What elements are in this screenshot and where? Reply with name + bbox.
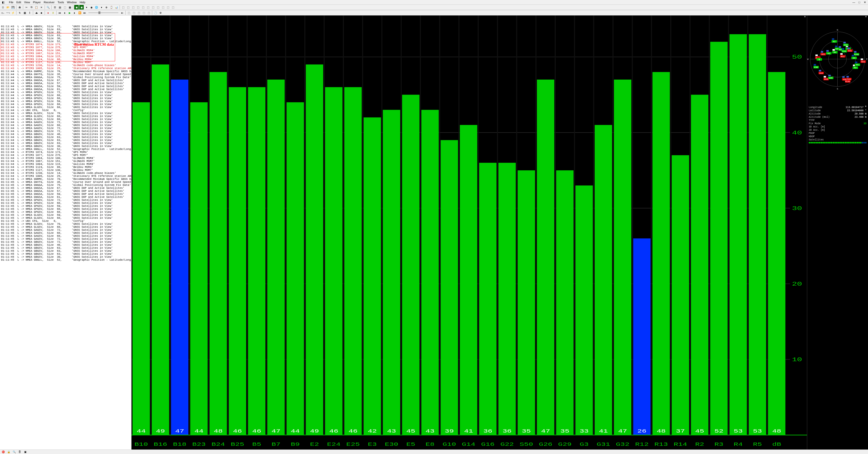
end-icon[interactable]: ⏯ [120, 10, 124, 15]
win4-icon[interactable]: ⬚ [136, 5, 140, 9]
baud-icon[interactable]: 〰▾ [6, 10, 10, 15]
log-line: 01:11:43 L -> RTCM3 1087, Size 151, 'GLO… [1, 52, 130, 55]
view2-icon[interactable]: ▣ [79, 5, 84, 9]
menu-player[interactable]: Player [31, 0, 42, 4]
sky-sat: G32 [843, 42, 848, 46]
find-icon[interactable]: 🔍 [46, 5, 50, 9]
clock-icon[interactable]: 🕐 [153, 10, 158, 15]
view1-icon[interactable]: ▣ [74, 5, 79, 9]
maximize-button[interactable]: □ [857, 0, 862, 4]
misc3-icon[interactable]: ⬚ [136, 10, 141, 15]
paste-icon[interactable]: 📋 [34, 5, 39, 9]
watch-icon[interactable]: ⌚ [109, 5, 114, 9]
skip-end-icon[interactable]: ⏭ [83, 10, 87, 15]
bar-label: G31 [597, 442, 610, 447]
skip-start-icon[interactable]: ⏮ [58, 10, 62, 15]
sat-led [860, 142, 862, 143]
info-row-pdop: PDOP [809, 132, 867, 135]
world-icon[interactable]: 🌐 [94, 5, 99, 9]
view-tree-icon[interactable]: ☰ [53, 5, 57, 9]
chart-icon[interactable]: 📊 [114, 5, 119, 9]
svg-text:E2: E2 [833, 40, 836, 42]
status-search-icon[interactable]: 🔍 [12, 450, 17, 454]
panel-close-icon[interactable]: ✕ [804, 16, 807, 19]
view3-icon[interactable]: ▾ [84, 5, 89, 9]
pause-icon[interactable]: ⏸ [51, 10, 55, 15]
signal-bar [306, 64, 323, 435]
message-log[interactable]: Base station RTCM data 01:11:43 L -> NME… [0, 16, 131, 450]
status-lock-icon[interactable]: 🔒 [6, 450, 11, 454]
menu-help[interactable]: Help [78, 0, 87, 4]
port-icon[interactable]: ⎋▾ [1, 10, 5, 15]
stop-icon[interactable]: ■ [39, 10, 43, 15]
bar-value: 44 [194, 429, 203, 434]
win6-icon[interactable]: ⬚ [146, 5, 150, 9]
print-icon[interactable]: 🖶 [18, 5, 22, 9]
view-packet-icon[interactable]: ▤ [58, 5, 62, 9]
sky-view-icon[interactable]: ◉ [89, 5, 94, 9]
menu-window[interactable]: Window [65, 0, 78, 4]
svg-text:20: 20 [792, 281, 802, 287]
panel-close-icon[interactable]: ✕ [865, 16, 868, 19]
status-stop-icon[interactable]: ⛔ [1, 450, 5, 454]
eject-icon[interactable]: ⏏ [34, 10, 39, 15]
svg-text:R12: R12 [841, 55, 844, 58]
autoset-icon[interactable]: ↯ [18, 10, 22, 15]
step-fwd-icon[interactable]: ⏵ [72, 10, 77, 15]
menu-view[interactable]: View [23, 0, 32, 4]
save-icon[interactable]: 💾 [11, 5, 15, 9]
chip-icon[interactable]: ▦ [23, 10, 27, 15]
menu-file[interactable]: File [7, 0, 15, 4]
view-msg-icon[interactable]: ▦ [67, 5, 72, 9]
view-hex-icon[interactable]: ⬚ [63, 5, 67, 9]
win8-icon[interactable]: ⬚ [156, 5, 160, 9]
panel-close-icon[interactable]: ✕ [865, 105, 868, 108]
menu-edit[interactable]: Edit [15, 0, 23, 4]
win3-icon[interactable]: ⬚ [131, 5, 135, 9]
cut-icon[interactable]: ✂ [24, 5, 29, 9]
win7-icon[interactable]: ⬚ [151, 5, 155, 9]
misc4-icon[interactable]: ⬚ [142, 10, 146, 15]
record-icon[interactable]: ● [46, 10, 50, 15]
open-icon[interactable]: 📂 [6, 5, 10, 9]
bar-label: B7 [272, 442, 281, 447]
win1-icon[interactable]: ⬚ [121, 5, 125, 9]
winA-icon[interactable]: ⬚ [166, 5, 170, 9]
misc1-icon[interactable]: ⬚ [127, 10, 131, 15]
log-line: 01:11:45 L -> NMEA GLGSV, Size 70, 'GNSS… [1, 223, 130, 226]
winB-icon[interactable]: ⬚ [170, 5, 175, 9]
gear-icon[interactable]: ⚙ [158, 10, 163, 15]
delete-icon[interactable]: ✕ [39, 5, 43, 9]
connect-icon[interactable]: ⚡ [11, 10, 15, 15]
misc5-icon[interactable]: ⬚ [147, 10, 151, 15]
map-icon[interactable]: ▾ [99, 5, 104, 9]
copy-icon[interactable]: ⧉ [29, 5, 34, 9]
win2-icon[interactable]: ⬚ [126, 5, 130, 9]
svg-text:R2: R2 [854, 66, 857, 69]
win9-icon[interactable]: ⬚ [161, 5, 165, 9]
log-line: 01:11:44 L -> RTCM3 1124, Size 86, 'BeiD… [1, 166, 130, 169]
pin-icon[interactable]: ↥ [27, 10, 32, 15]
minimize-button[interactable]: — [851, 0, 856, 4]
close-button[interactable]: ✕ [863, 0, 867, 4]
svg-rect-111 [842, 76, 845, 78]
step-back-icon[interactable]: ⏴ [63, 10, 67, 15]
sat-led [823, 142, 824, 143]
compass-icon[interactable]: ⊕ [104, 5, 108, 9]
bar-value: 47 [175, 429, 184, 434]
playback-slider[interactable] [88, 12, 118, 13]
new-icon[interactable]: 🗋 [1, 5, 5, 9]
menu-tools[interactable]: Tools [56, 0, 65, 4]
sat-led [848, 142, 849, 143]
status-db-icon[interactable]: 🗄 [18, 450, 22, 454]
misc2-icon[interactable]: ⬚ [131, 10, 136, 15]
ffwd-icon[interactable]: ⏩ [78, 10, 82, 15]
signal-bar [171, 80, 188, 435]
menu-receiver[interactable]: Receiver [42, 0, 56, 4]
play-icon[interactable]: ▶ [67, 10, 72, 15]
toolbar-main: 🗋 📂 💾 🖶 ✂ ⧉ 📋 ✕ 🔍 ☰ ▤ ⬚ ▦ ▣ ▣ ▾ ◉ 🌐 ▾ ⊕ … [0, 4, 868, 10]
sat-led [838, 142, 839, 143]
status-chip-icon[interactable]: ▣ [23, 450, 27, 454]
bar-label: S50 [520, 442, 533, 447]
win5-icon[interactable]: ⬚ [141, 5, 145, 9]
